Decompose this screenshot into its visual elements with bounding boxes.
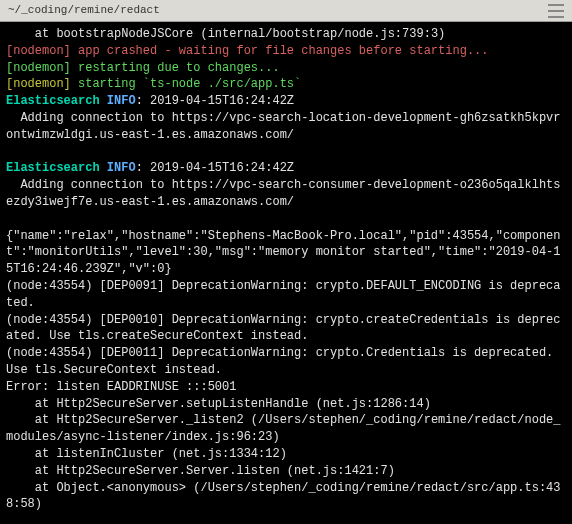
terminal-text: [nodemon] — [6, 77, 78, 91]
terminal-text: (node:43554) [DEP0091] DeprecationWarnin… — [6, 279, 561, 310]
terminal-line: [nodemon] app crashed - waiting for file… — [6, 43, 566, 60]
terminal-line: at Http2SecureServer._listen2 (/Users/st… — [6, 412, 566, 446]
terminal-text: (node:43554) [DEP0011] DeprecationWarnin… — [6, 346, 561, 377]
terminal-text — [6, 145, 13, 159]
terminal-line: at listenInCluster (net.js:1334:12) — [6, 446, 566, 463]
terminal-line: at Http2SecureServer.Server.listen (net.… — [6, 463, 566, 480]
terminal-text: Adding connection to https://vpc-search-… — [6, 111, 561, 142]
terminal-text: INFO — [107, 161, 136, 175]
terminal-text: at Http2SecureServer.Server.listen (net.… — [6, 464, 395, 478]
terminal-text: at listenInCluster (net.js:1334:12) — [6, 447, 287, 461]
terminal-line: at Object.<anonymous> (/Users/stephen/_c… — [6, 480, 566, 514]
terminal-line — [6, 211, 566, 228]
terminal-text: INFO — [107, 94, 136, 108]
terminal-text — [6, 212, 13, 226]
terminal-line: (node:43554) [DEP0010] DeprecationWarnin… — [6, 312, 566, 346]
terminal-output[interactable]: at bootstrapNodeJSCore (internal/bootstr… — [0, 22, 572, 517]
terminal-text: Elasticsearch — [6, 161, 107, 175]
terminal-text: at Object.<anonymous> (/Users/stephen/_c… — [6, 481, 561, 512]
terminal-text: [nodemon] app crashed - waiting for file… — [6, 44, 488, 58]
terminal-text: Error: listen EADDRINUSE :::5001 — [6, 380, 236, 394]
terminal-text: Elasticsearch — [6, 94, 107, 108]
terminal-line: Adding connection to https://vpc-search-… — [6, 110, 566, 144]
terminal-line: Adding connection to https://vpc-search-… — [6, 177, 566, 211]
terminal-text: at Http2SecureServer.setupListenHandle (… — [6, 397, 431, 411]
terminal-text: at Http2SecureServer._listen2 (/Users/st… — [6, 413, 561, 444]
terminal-line: (node:43554) [DEP0011] DeprecationWarnin… — [6, 345, 566, 379]
terminal-text: (node:43554) [DEP0010] DeprecationWarnin… — [6, 313, 561, 344]
terminal-text: {"name":"relax","hostname":"Stephens-Mac… — [6, 229, 561, 277]
terminal-line: Elasticsearch INFO: 2019-04-15T16:24:42Z — [6, 160, 566, 177]
menu-icon[interactable] — [548, 4, 564, 18]
terminal-text: : 2019-04-15T16:24:42Z — [136, 161, 294, 175]
terminal-line: at Http2SecureServer.setupListenHandle (… — [6, 396, 566, 413]
terminal-line: {"name":"relax","hostname":"Stephens-Mac… — [6, 228, 566, 278]
terminal-text: starting `ts-node ./src/app.ts` — [78, 77, 301, 91]
terminal-line: [nodemon] restarting due to changes... — [6, 60, 566, 77]
terminal-line: Elasticsearch INFO: 2019-04-15T16:24:42Z — [6, 93, 566, 110]
terminal-line — [6, 144, 566, 161]
terminal-text: [nodemon] restarting due to changes... — [6, 61, 280, 75]
terminal-line: [nodemon] starting `ts-node ./src/app.ts… — [6, 76, 566, 93]
title-bar: ~/_coding/remine/redact — [0, 0, 572, 22]
terminal-text: at bootstrapNodeJSCore (internal/bootstr… — [6, 27, 445, 41]
terminal-text: : 2019-04-15T16:24:42Z — [136, 94, 294, 108]
terminal-line: Error: listen EADDRINUSE :::5001 — [6, 379, 566, 396]
window-title: ~/_coding/remine/redact — [8, 3, 548, 18]
terminal-text: Adding connection to https://vpc-search-… — [6, 178, 561, 209]
terminal-line: at bootstrapNodeJSCore (internal/bootstr… — [6, 26, 566, 43]
terminal-line: (node:43554) [DEP0091] DeprecationWarnin… — [6, 278, 566, 312]
